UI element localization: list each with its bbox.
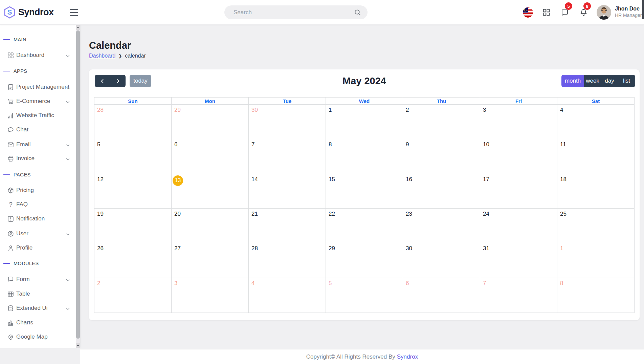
sidebar-item-form[interactable]: Form — [0, 274, 75, 285]
sidebar-item-e-commerce[interactable]: E-Commerce — [0, 95, 75, 107]
day-number: 16 — [406, 176, 412, 183]
calendar-day-cell[interactable]: 12 — [94, 174, 172, 209]
user-menu[interactable]: Jhon Doe HR Manager — [615, 5, 642, 19]
calendar-day-cell[interactable]: 14 — [249, 174, 326, 209]
today-button[interactable]: today — [130, 75, 151, 87]
calendar-day-cell[interactable]: 8 — [557, 278, 634, 313]
sidebar-item-label: E-Commerce — [16, 98, 50, 105]
calendar-day-cell[interactable]: 9 — [403, 139, 480, 174]
calendar-day-cell[interactable]: 25 — [557, 209, 634, 243]
day-number: 10 — [483, 141, 489, 148]
calendar-day-cell[interactable]: 6 — [172, 139, 249, 174]
calendar-day-cell[interactable]: 7 — [480, 278, 557, 313]
sidebar-item-website-traffic[interactable]: Website Traffic — [0, 110, 75, 121]
day-number: 29 — [329, 245, 335, 252]
sidebar-item-chat[interactable]: Chat — [0, 124, 75, 135]
sidebar-item-faq[interactable]: ?FAQ — [0, 199, 75, 210]
calendar-day-cell[interactable]: 21 — [249, 209, 326, 243]
calendar-day-cell[interactable]: 5 — [326, 278, 403, 313]
calendar-day-cell[interactable]: 26 — [94, 243, 172, 278]
scroll-down-arrow-icon[interactable] — [76, 343, 80, 348]
sidebar-item-invoice[interactable]: Invoice — [0, 153, 75, 164]
weekday-header-sat: Sat — [557, 98, 634, 105]
calendar-day-cell[interactable]: 5 — [94, 139, 172, 174]
sidebar-item-user[interactable]: User — [0, 228, 75, 239]
calendar-day-cell[interactable]: 30 — [249, 105, 326, 139]
calendar-week-row: 2627282930311 — [94, 243, 634, 278]
view-button-day[interactable]: day — [601, 75, 618, 87]
calendar-week-row: 2345678 — [94, 278, 634, 313]
calendar-day-cell[interactable]: 11 — [557, 139, 634, 174]
calendar-day-cell[interactable]: 31 — [480, 243, 557, 278]
sidebar-item-extended-ui[interactable]: Extended Ui — [0, 302, 75, 314]
calendar-day-cell[interactable]: 22 — [326, 209, 403, 243]
scroll-up-arrow-icon[interactable] — [76, 25, 80, 30]
sidebar-item-google-map[interactable]: Google Map — [0, 331, 75, 343]
sidebar-item-label: Dashboard — [16, 52, 44, 59]
calendar-day-cell[interactable]: 28 — [249, 243, 326, 278]
calendar-day-cell[interactable]: 30 — [403, 243, 480, 278]
calendar-day-cell[interactable]: 23 — [403, 209, 480, 243]
page-scrollbar-thumb[interactable] — [642, 0, 644, 19]
chat-icon — [7, 126, 14, 133]
calendar-day-cell[interactable]: 27 — [172, 243, 249, 278]
next-month-button[interactable] — [110, 75, 126, 87]
calendar-day-cell[interactable]: 1 — [326, 105, 403, 139]
calendar-day-cell[interactable]: 4 — [249, 278, 326, 313]
sidebar-item-project-management[interactable]: Project Management — [0, 81, 75, 93]
calendar-day-cell[interactable]: 7 — [249, 139, 326, 174]
calendar-day-cell[interactable]: 24 — [480, 209, 557, 243]
sidebar-toggle-button[interactable] — [70, 9, 78, 16]
sidebar-item-pricing[interactable]: Pricing — [0, 185, 75, 196]
prev-month-button[interactable] — [95, 75, 110, 87]
form-icon — [7, 276, 14, 283]
calendar-day-cell[interactable]: 15 — [326, 174, 403, 209]
view-button-month[interactable]: month — [561, 75, 584, 87]
calendar-day-cell[interactable]: 17 — [480, 174, 557, 209]
calendar-day-cell[interactable]: 29 — [326, 243, 403, 278]
sidebar-item-notification[interactable]: Notification — [0, 213, 75, 224]
calendar-day-cell[interactable]: 10 — [480, 139, 557, 174]
apps-grid-button[interactable] — [542, 0, 551, 25]
footer-brand-link[interactable]: Syndrox — [397, 354, 418, 360]
search-input[interactable] — [234, 5, 352, 19]
calendar-day-cell[interactable]: 4 — [557, 105, 634, 139]
sidebar-item-email[interactable]: Email — [0, 139, 75, 150]
notifications-button[interactable]: 8 — [579, 0, 588, 25]
calendar-day-cell[interactable]: 28 — [94, 105, 172, 139]
user-avatar[interactable] — [597, 5, 611, 20]
day-number: 2 — [406, 107, 409, 113]
calendar-day-cell[interactable]: 18 — [557, 174, 634, 209]
view-button-week[interactable]: week — [584, 75, 601, 87]
sidebar-item-charts[interactable]: Charts — [0, 317, 75, 328]
breadcrumb-current: calendar — [125, 53, 146, 59]
calendar-day-cell[interactable]: 20 — [172, 209, 249, 243]
calendar-day-cell[interactable]: 2 — [403, 105, 480, 139]
calendar-day-cell[interactable]: 1 — [557, 243, 634, 278]
view-button-list[interactable]: list — [618, 75, 635, 87]
sidebar-item-table[interactable]: Table — [0, 288, 75, 300]
calendar-day-cell[interactable]: 16 — [403, 174, 480, 209]
sidebar-item-dashboard[interactable]: Dashboard — [0, 49, 75, 61]
day-number: 8 — [560, 280, 563, 287]
sidebar-item-label: Notification — [16, 215, 45, 222]
day-number: 31 — [483, 245, 489, 252]
calendar-day-cell[interactable]: 8 — [326, 139, 403, 174]
calendar-day-cell[interactable]: 2 — [94, 278, 172, 313]
user-circle-icon — [7, 230, 14, 237]
map-pin-icon — [7, 334, 14, 341]
search-icon[interactable] — [354, 8, 361, 16]
messages-button[interactable]: 5 — [561, 0, 569, 25]
sidebar-item-label: Invoice — [16, 155, 35, 162]
calendar-day-cell[interactable]: 3 — [172, 278, 249, 313]
sidebar-item-profile[interactable]: Profile — [0, 242, 75, 254]
calendar-day-cell[interactable]: 29 — [172, 105, 249, 139]
language-flag-button[interactable] — [523, 0, 533, 25]
breadcrumb-dashboard-link[interactable]: Dashboard — [89, 53, 115, 59]
calendar-day-cell[interactable]: 19 — [94, 209, 172, 243]
sidebar-scrollbar-thumb[interactable] — [76, 30, 80, 339]
calendar-week-row: 2829301234 — [94, 105, 634, 139]
calendar-today-cell[interactable]: 13 — [172, 174, 249, 209]
calendar-day-cell[interactable]: 3 — [480, 105, 557, 139]
calendar-day-cell[interactable]: 6 — [403, 278, 480, 313]
